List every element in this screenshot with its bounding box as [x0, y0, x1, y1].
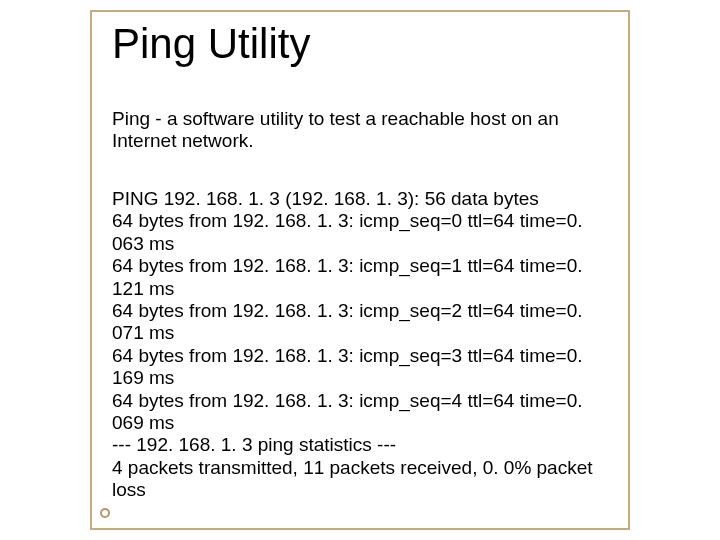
ping-line: 64 bytes from 192. 168. 1. 3: icmp_seq=2…	[112, 300, 617, 345]
ping-line: 4 packets transmitted, 11 packets receiv…	[112, 457, 617, 502]
bullet-icon	[100, 508, 110, 518]
ping-line: --- 192. 168. 1. 3 ping statistics ---	[112, 434, 617, 456]
description-text: Ping - a software utility to test a reac…	[112, 108, 612, 152]
slide-title: Ping Utility	[112, 20, 310, 68]
ping-line: 64 bytes from 192. 168. 1. 3: icmp_seq=1…	[112, 255, 617, 300]
ping-line: 64 bytes from 192. 168. 1. 3: icmp_seq=3…	[112, 345, 617, 390]
ping-line: 64 bytes from 192. 168. 1. 3: icmp_seq=4…	[112, 390, 617, 435]
ping-line: PING 192. 168. 1. 3 (192. 168. 1. 3): 56…	[112, 188, 617, 210]
ping-output: PING 192. 168. 1. 3 (192. 168. 1. 3): 56…	[112, 188, 617, 502]
ping-line: 64 bytes from 192. 168. 1. 3: icmp_seq=0…	[112, 210, 617, 255]
